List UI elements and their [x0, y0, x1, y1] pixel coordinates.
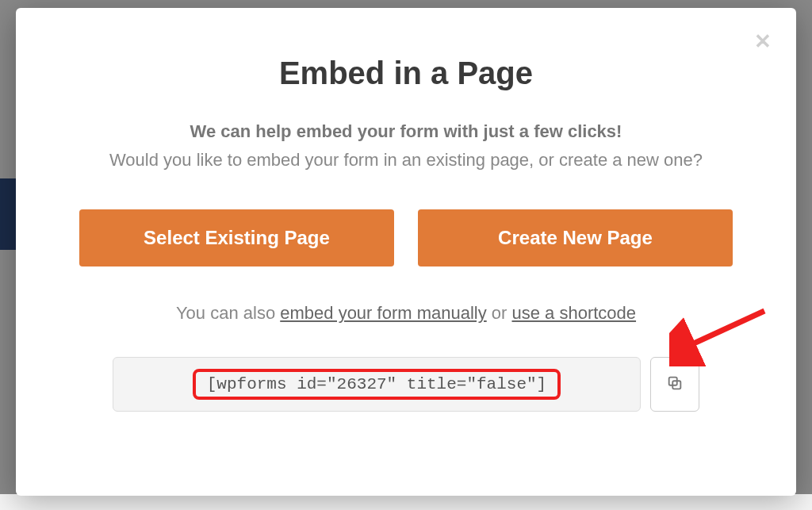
- modal-title: Embed in a Page: [79, 56, 733, 91]
- copy-shortcode-button[interactable]: [650, 357, 699, 412]
- footer-prefix: You can also: [176, 303, 280, 323]
- footer-text: You can also embed your form manually or…: [79, 303, 733, 324]
- embed-manually-link[interactable]: embed your form manually: [280, 303, 486, 323]
- copy-icon: [666, 374, 684, 394]
- embed-modal: ✕ Embed in a Page We can help embed your…: [16, 8, 796, 496]
- shortcode-row: [wpforms id="26327" title="false"]: [113, 357, 699, 412]
- create-new-page-button[interactable]: Create New Page: [418, 209, 733, 267]
- shortcode-text[interactable]: [wpforms id="26327" title="false"]: [193, 369, 561, 400]
- close-icon[interactable]: ✕: [753, 32, 772, 51]
- modal-subtitle-light: Would you like to embed your form in an …: [79, 147, 733, 173]
- footer-middle: or: [487, 303, 512, 323]
- use-shortcode-link[interactable]: use a shortcode: [512, 303, 637, 323]
- modal-subtitle-bold: We can help embed your form with just a …: [79, 121, 733, 142]
- shortcode-box: [wpforms id="26327" title="false"]: [113, 357, 641, 412]
- button-row: Select Existing Page Create New Page: [79, 209, 733, 267]
- bg-bottom-fragment: [0, 494, 812, 510]
- bg-sidebar-fragment: [0, 178, 16, 250]
- select-existing-page-button[interactable]: Select Existing Page: [79, 209, 394, 267]
